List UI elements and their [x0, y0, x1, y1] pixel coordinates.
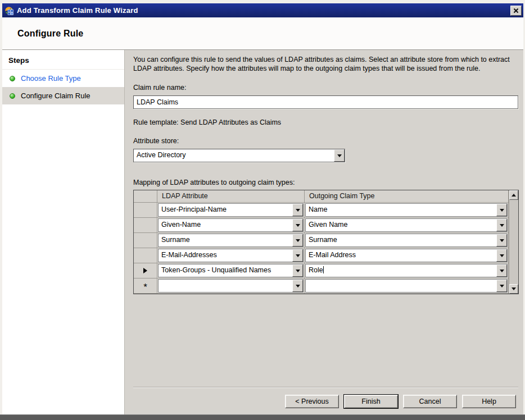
sidebar-item-configure-claim-rule[interactable]: Configure Claim Rule: [2, 87, 124, 104]
mapping-table: LDAP Attribute Outgoing Claim Type User-…: [133, 190, 519, 294]
adfs-app-icon: [4, 6, 14, 15]
row-selector-cell[interactable]: [134, 233, 157, 248]
chevron-down-icon[interactable]: [496, 280, 507, 292]
mapping-table-label: Mapping of LDAP attributes to outgoing c…: [133, 179, 518, 186]
steps-sidebar: Steps Choose Rule Type Configure Claim R…: [2, 50, 125, 414]
screen-bottom-strip: [0, 414, 525, 420]
row-selector-cell[interactable]: [134, 218, 157, 233]
row-header-corner: [134, 190, 157, 203]
chevron-down-icon[interactable]: [496, 219, 507, 231]
row-selector-cell[interactable]: *: [134, 279, 157, 294]
new-row-asterisk-icon: *: [143, 281, 147, 290]
window-titlebar: Add Transform Claim Rule Wizard: [2, 3, 523, 17]
rule-description-text: You can configure this rule to send the …: [133, 56, 518, 73]
outgoing-claim-select[interactable]: Name: [305, 203, 508, 217]
column-header-ldap-attribute: LDAP Attribute: [157, 190, 305, 203]
step-label: Choose Rule Type: [21, 74, 81, 83]
chevron-down-icon[interactable]: [292, 264, 303, 277]
ldap-attribute-select[interactable]: Surname: [158, 234, 304, 247]
ldap-attribute-value: E-Mail-Addresses: [159, 249, 292, 262]
ldap-attribute-cell: Token-Groups - Unqualified Names: [157, 263, 305, 279]
row-selector-cell[interactable]: [134, 248, 157, 263]
previous-button[interactable]: < Previous: [285, 395, 339, 408]
cancel-button[interactable]: Cancel: [403, 395, 457, 408]
scroll-down-button[interactable]: [509, 284, 518, 294]
claim-rule-name-label: Claim rule name:: [133, 84, 518, 92]
help-button[interactable]: Help: [462, 395, 516, 408]
ldap-attribute-cell: E-Mail-Addresses: [157, 248, 305, 263]
wizard-page-header: Configure Rule: [2, 17, 523, 50]
chevron-down-icon[interactable]: [496, 264, 507, 277]
outgoing-claim-value: Given Name: [306, 219, 496, 231]
page-title: Configure Rule: [17, 29, 83, 39]
ldap-attribute-cell: Given-Name: [157, 218, 305, 233]
step-complete-bullet-icon: [10, 76, 15, 81]
wizard-content-pane: You can configure this rule to send the …: [125, 50, 523, 414]
current-row-arrow-icon: [143, 268, 147, 273]
chevron-down-icon[interactable]: [292, 249, 303, 262]
ldap-attribute-select[interactable]: E-Mail-Addresses: [158, 249, 304, 262]
outgoing-claim-cell: Surname: [305, 233, 509, 248]
ldap-attribute-select[interactable]: Given-Name: [158, 218, 304, 232]
content-spacer: [133, 294, 518, 387]
ldap-attribute-cell: User-Principal-Name: [157, 203, 305, 218]
ldap-attribute-cell: [157, 279, 305, 294]
column-header-outgoing-claim-type: Outgoing Claim Type: [305, 190, 509, 203]
close-icon: [511, 6, 521, 15]
ldap-attribute-value: Token-Groups - Unqualified Names: [159, 264, 292, 277]
wizard-button-bar: < Previous Finish Cancel Help: [133, 388, 518, 414]
chevron-down-icon[interactable]: [292, 234, 303, 246]
chevron-down-icon[interactable]: [292, 219, 303, 231]
outgoing-claim-cell: Name: [305, 203, 509, 218]
outgoing-claim-value: [306, 280, 496, 292]
mapping-grid: LDAP Attribute Outgoing Claim Type User-…: [134, 190, 509, 294]
window-title: Add Transform Claim Rule Wizard: [17, 6, 510, 15]
outgoing-claim-cell: E-Mail Address: [305, 248, 509, 263]
attribute-store-label: Attribute store:: [133, 137, 518, 145]
finish-button[interactable]: Finish: [344, 395, 398, 408]
chevron-down-icon[interactable]: [496, 204, 507, 216]
text-caret: [323, 266, 324, 273]
chevron-down-icon[interactable]: [496, 234, 507, 246]
step-label: Configure Claim Rule: [21, 92, 90, 100]
ldap-attribute-select[interactable]: Token-Groups - Unqualified Names: [158, 264, 304, 277]
outgoing-claim-value: Surname: [306, 234, 496, 246]
outgoing-claim-cell: Role: [305, 263, 509, 279]
ldap-attribute-cell: Surname: [157, 233, 305, 248]
ldap-attribute-value: Given-Name: [159, 219, 292, 231]
outgoing-claim-cell: [305, 279, 509, 294]
ldap-attribute-value: Surname: [159, 234, 292, 246]
chevron-down-icon[interactable]: [292, 280, 303, 292]
outgoing-claim-cell: Given Name: [305, 218, 509, 233]
outgoing-claim-select[interactable]: Given Name: [305, 218, 508, 232]
outgoing-claim-select[interactable]: E-Mail Address: [305, 249, 508, 262]
ldap-attribute-value: [159, 280, 292, 292]
ldap-attribute-select[interactable]: User-Principal-Name: [158, 203, 304, 217]
outgoing-claim-value: Role: [306, 264, 496, 277]
table-scrollbar[interactable]: [509, 190, 518, 294]
ldap-attribute-value: User-Principal-Name: [159, 204, 292, 216]
outgoing-claim-value: E-Mail Address: [306, 249, 496, 262]
sidebar-item-choose-rule-type[interactable]: Choose Rule Type: [2, 70, 124, 87]
scroll-up-icon: [512, 194, 516, 197]
close-button[interactable]: [510, 6, 522, 16]
rule-template-text: Rule template: Send LDAP Attributes as C…: [133, 118, 518, 126]
steps-heading: Steps: [2, 50, 124, 70]
ldap-attribute-select[interactable]: [158, 279, 304, 293]
scroll-up-button[interactable]: [509, 190, 518, 200]
step-complete-bullet-icon: [10, 93, 15, 99]
row-selector-cell[interactable]: [134, 263, 157, 279]
chevron-down-icon[interactable]: [292, 204, 303, 216]
outgoing-claim-value: Name: [306, 204, 496, 216]
attribute-store-value: Active Directory: [134, 149, 334, 162]
claim-rule-name-input[interactable]: [133, 95, 518, 109]
scroll-down-icon: [512, 287, 516, 290]
outgoing-claim-select[interactable]: [305, 279, 508, 293]
wizard-window: Add Transform Claim Rule Wizard Configur…: [0, 0, 525, 414]
chevron-down-icon[interactable]: [334, 149, 345, 162]
outgoing-claim-select[interactable]: Role: [305, 264, 508, 277]
outgoing-claim-select[interactable]: Surname: [305, 234, 508, 247]
row-selector-cell[interactable]: [134, 203, 157, 218]
attribute-store-select[interactable]: Active Directory: [133, 149, 345, 162]
chevron-down-icon[interactable]: [496, 249, 507, 262]
